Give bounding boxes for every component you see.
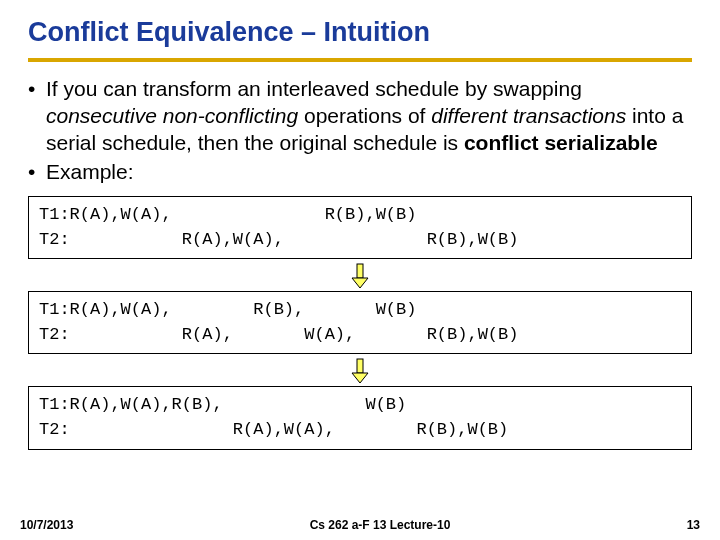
- schedule-box-3: T1:R(A),W(A),R(B), W(B)T2: R(A),W(A), R(…: [28, 386, 692, 449]
- page-title: Conflict Equivalence – Intuition: [28, 16, 692, 62]
- bullet-item-1: If you can transform an interleaved sche…: [28, 76, 692, 157]
- schedule-box-1: T1:R(A),W(A), R(B),W(B)T2: R(A),W(A), R(…: [28, 196, 692, 259]
- svg-marker-1: [352, 278, 368, 288]
- down-arrow-icon: [28, 358, 692, 384]
- footer-center: Cs 262 a-F 13 Lecture-10: [73, 518, 686, 532]
- footer-page: 13: [687, 518, 700, 532]
- down-arrow-icon: [28, 263, 692, 289]
- code-line: T2: R(A),W(A), R(B),W(B): [39, 228, 681, 253]
- svg-rect-0: [357, 264, 363, 278]
- code-line: T1:R(A),W(A), R(B),W(B): [39, 203, 681, 228]
- code-line: T1:R(A),W(A),R(B), W(B): [39, 393, 681, 418]
- bullet-list: If you can transform an interleaved sche…: [28, 76, 692, 186]
- svg-rect-2: [357, 359, 363, 373]
- slide: Conflict Equivalence – Intuition If you …: [0, 0, 720, 540]
- bullet-item-2: Example:: [28, 159, 692, 186]
- footer-date: 10/7/2013: [20, 518, 73, 532]
- code-line: T2: R(A), W(A), R(B),W(B): [39, 323, 681, 348]
- code-line: T1:R(A),W(A), R(B), W(B): [39, 298, 681, 323]
- schedule-box-2: T1:R(A),W(A), R(B), W(B)T2: R(A), W(A), …: [28, 291, 692, 354]
- code-line: T2: R(A),W(A), R(B),W(B): [39, 418, 681, 443]
- footer: 10/7/2013 Cs 262 a-F 13 Lecture-10 13: [0, 518, 720, 532]
- svg-marker-3: [352, 373, 368, 383]
